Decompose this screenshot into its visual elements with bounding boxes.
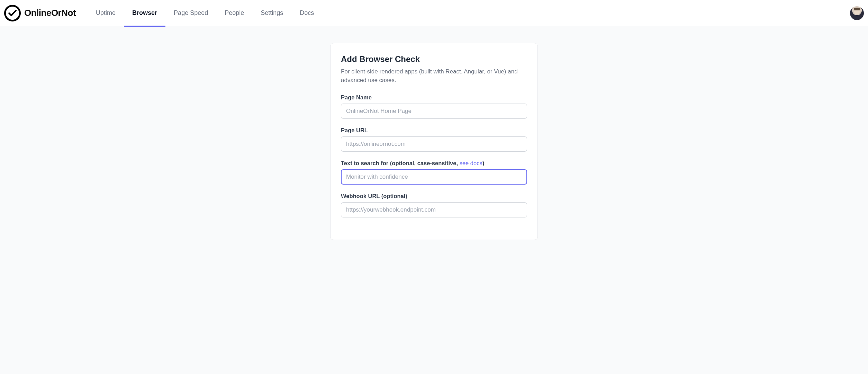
label-page-url: Page URL (341, 127, 527, 134)
label-search-text-suffix: ) (482, 160, 485, 166)
label-search-text-prefix: Text to search for (optional, case-sensi… (341, 160, 460, 166)
brand-text: OnlineOrNot (24, 8, 76, 18)
nav-browser[interactable]: Browser (124, 1, 165, 27)
nav-settings[interactable]: Settings (252, 1, 291, 27)
input-webhook[interactable] (341, 202, 527, 217)
checkmark-circle-icon (4, 5, 21, 21)
input-page-url[interactable] (341, 136, 527, 152)
field-search-text: Text to search for (optional, case-sensi… (341, 160, 527, 185)
top-navbar: OnlineOrNot Uptime Browser Page Speed Pe… (0, 0, 868, 26)
nav-docs[interactable]: Docs (291, 1, 322, 27)
label-page-name: Page Name (341, 94, 527, 101)
nav-people[interactable]: People (216, 1, 252, 27)
field-page-name: Page Name (341, 94, 527, 119)
main-nav: Uptime Browser Page Speed People Setting… (88, 0, 322, 26)
user-avatar[interactable] (850, 6, 864, 20)
add-browser-check-panel: Add Browser Check For client-side render… (330, 43, 538, 240)
field-page-url: Page URL (341, 127, 527, 152)
brand-logo[interactable]: OnlineOrNot (4, 5, 76, 21)
see-docs-link[interactable]: see docs (460, 160, 482, 166)
field-webhook: Webhook URL (optional) (341, 193, 527, 217)
nav-page-speed[interactable]: Page Speed (165, 1, 216, 27)
label-webhook: Webhook URL (optional) (341, 193, 527, 199)
nav-uptime[interactable]: Uptime (88, 1, 124, 27)
input-page-name[interactable] (341, 104, 527, 119)
panel-subtitle: For client-side rendered apps (built wit… (341, 68, 527, 84)
input-search-text[interactable] (341, 169, 527, 185)
label-search-text: Text to search for (optional, case-sensi… (341, 160, 527, 167)
panel-title: Add Browser Check (341, 54, 527, 64)
